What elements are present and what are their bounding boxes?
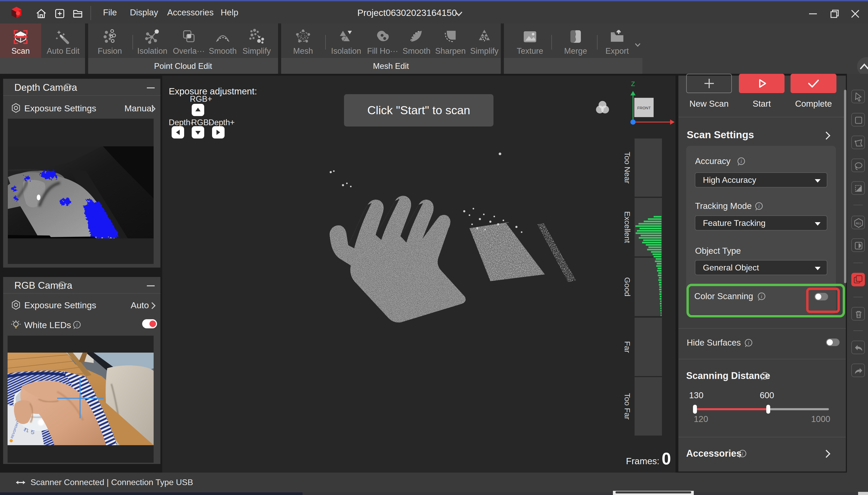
slider-min-value: 120 — [694, 414, 708, 424]
scan-settings-chevron-icon[interactable] — [824, 130, 832, 141]
open-folder-icon[interactable] — [72, 8, 83, 19]
rgb-exposure-chevron-icon — [150, 301, 157, 311]
lasso-select-button[interactable] — [851, 158, 865, 172]
triangle-down-icon — [192, 126, 204, 138]
rgb-exposure-value: Auto — [131, 300, 149, 310]
rgb-minus-button[interactable] — [192, 126, 204, 138]
point-cloud-hand — [323, 146, 579, 339]
paint-select-button[interactable] — [851, 181, 865, 195]
menu-file[interactable]: File — [103, 7, 117, 17]
cursor-tool-button[interactable] — [851, 90, 865, 103]
select-all-button[interactable]: ALL — [851, 216, 865, 229]
object-type-dropdown[interactable]: General Object — [695, 260, 827, 275]
meter-label-too-far: Too Far — [623, 377, 632, 436]
new-scan-label: New Scan — [686, 99, 732, 109]
depth-minus-button[interactable] — [172, 126, 184, 138]
start-button[interactable] — [739, 74, 785, 93]
meter-segment-too-far — [634, 377, 662, 436]
range-low-value: 130 — [689, 390, 703, 400]
depth-camera-info-icon[interactable]: i — [62, 82, 73, 93]
tool-export[interactable]: Export — [599, 23, 635, 58]
project-title-caret-icon[interactable] — [454, 11, 463, 17]
depth-exposure-value: Manual — [124, 103, 154, 114]
scan-icon — [11, 27, 31, 47]
texture-icon — [520, 27, 540, 47]
annotation-red-box — [806, 288, 840, 313]
close-icon[interactable] — [850, 8, 861, 19]
tracking-mode-info-icon[interactable]: i — [753, 201, 764, 212]
scanning-distance-info-icon[interactable]: i — [759, 371, 770, 382]
depth-camera-collapse-icon[interactable] — [145, 83, 156, 92]
trash-icon — [852, 307, 865, 321]
project-title[interactable]: Project06302023164150 — [357, 7, 457, 18]
status-text: Scanner Connected | Connection Type USB — [31, 478, 193, 487]
new-project-icon[interactable] — [54, 8, 66, 19]
rgb-exposure-row[interactable]: Exposure Settings Auto — [3, 294, 160, 315]
color-blend-icon[interactable] — [594, 99, 611, 117]
pc-simplify-icon — [247, 27, 267, 47]
delete-button[interactable] — [851, 307, 865, 321]
svg-text:i: i — [748, 340, 749, 345]
menu-display[interactable]: Display — [130, 7, 158, 17]
right-panel-scrollbar[interactable] — [844, 90, 846, 283]
fusion-icon — [100, 27, 120, 47]
menu-accessories[interactable]: Accessories — [167, 7, 214, 17]
minimize-icon[interactable] — [807, 9, 818, 18]
undo-button[interactable] — [851, 341, 865, 354]
selection-toolbar: ALL S — [847, 74, 868, 473]
depth-camera-view — [8, 119, 154, 264]
white-leds-icon — [11, 319, 21, 330]
svg-text:i: i — [758, 203, 760, 209]
tracking-mode-dropdown[interactable]: Feature Tracking — [695, 216, 827, 231]
accuracy-dropdown[interactable]: High Accuracy — [695, 172, 827, 188]
group-label-mesh-edit: Mesh Edit — [281, 62, 501, 71]
polygon-select-button[interactable] — [851, 136, 865, 149]
white-leds-info-icon[interactable]: i — [71, 320, 82, 331]
tracking-mode-label: Tracking Mode — [695, 201, 752, 211]
exposure-settings-icon — [11, 102, 21, 114]
home-icon[interactable] — [35, 8, 47, 19]
depth-plus-label: Depth+ — [208, 118, 235, 127]
rgb-plus-button[interactable] — [192, 104, 204, 116]
titlebar: File Display Accessories Help Project063… — [0, 1, 868, 23]
exposure-settings-icon — [11, 300, 21, 310]
collapse-ribbon-button[interactable] — [857, 57, 868, 76]
restore-icon[interactable] — [829, 8, 840, 19]
axis-gizmo[interactable]: Z FRONT X — [623, 78, 686, 128]
ribbon: Scan Auto Edit Point Cloud Edit — [0, 23, 868, 74]
accuracy-info-icon[interactable]: i — [736, 156, 747, 167]
frames-overlap-icon: S — [851, 273, 865, 286]
show-frames-button[interactable]: S — [851, 273, 865, 286]
rgb-camera-collapse-icon[interactable] — [145, 281, 156, 290]
menu-help[interactable]: Help — [221, 7, 238, 17]
lasso-select-icon — [852, 159, 865, 173]
depth-plus-button[interactable] — [212, 126, 224, 138]
slider-max-value: 1000 — [811, 414, 830, 424]
svg-text:FRONT: FRONT — [637, 106, 651, 110]
rect-select-button[interactable] — [851, 113, 865, 126]
scanning-distance-slider[interactable] — [695, 405, 829, 414]
accessories-info-icon[interactable]: i — [737, 448, 748, 460]
hide-surfaces-info-icon[interactable]: i — [743, 338, 754, 349]
export-more-icon[interactable] — [633, 42, 642, 49]
plus-icon — [702, 77, 716, 90]
pc-smooth-icon — [213, 27, 233, 47]
tool-pc-simplify[interactable]: Simplify — [240, 23, 274, 58]
viewport-3d[interactable]: Exposure adjustment: RGB+ Depth- RGB- De… — [162, 75, 676, 473]
fill-holes-icon — [373, 27, 393, 47]
depth-exposure-row[interactable]: Exposure Settings Manual — [3, 96, 160, 120]
hide-surfaces-toggle[interactable] — [826, 339, 839, 346]
complete-button[interactable] — [790, 74, 836, 93]
new-scan-button[interactable] — [686, 74, 732, 93]
slider-handle-high[interactable] — [766, 405, 770, 414]
rgb-camera-info-icon[interactable]: i — [56, 280, 68, 291]
invert-select-button[interactable] — [851, 238, 865, 252]
white-leds-toggle[interactable] — [142, 319, 157, 328]
redo-button[interactable] — [851, 363, 865, 377]
mesh-simplify-icon — [474, 27, 494, 47]
accessories-chevron-icon[interactable] — [824, 448, 832, 460]
slider-active-track — [695, 408, 768, 410]
triangle-right-icon — [212, 126, 224, 138]
slider-handle-low[interactable] — [693, 405, 697, 414]
export-icon — [607, 27, 627, 47]
